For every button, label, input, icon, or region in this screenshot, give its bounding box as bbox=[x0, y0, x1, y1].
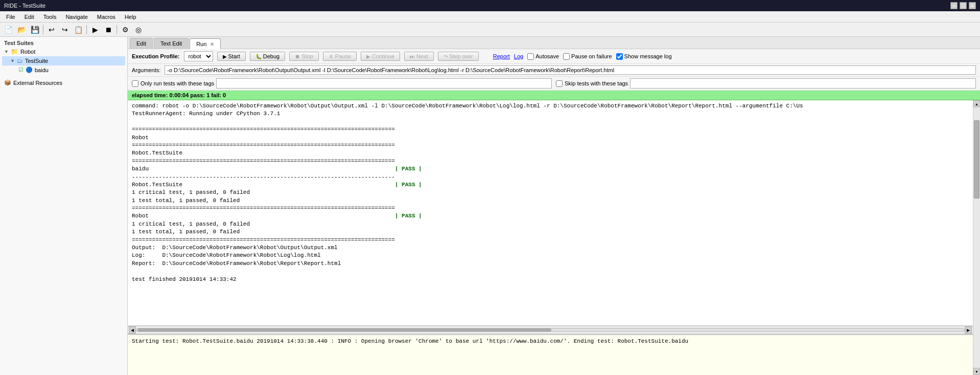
expand-icon-robot: ▼ bbox=[4, 49, 9, 54]
content-area: command: robot -o D:\SourceCode\RobotFra… bbox=[128, 100, 980, 375]
run-toolbar: Execution Profile: robot pybot jybot ▶ S… bbox=[128, 49, 980, 64]
stop-button[interactable]: ⏹ Stop bbox=[289, 52, 319, 61]
next-icon: ⏭ bbox=[410, 54, 415, 59]
pass-count: 1 bbox=[206, 92, 209, 98]
vscroll-thumb[interactable] bbox=[974, 120, 979, 198]
stop-button-toolbar[interactable]: ⏹ bbox=[102, 24, 114, 35]
pause-button[interactable]: ⏸ Pause bbox=[323, 52, 357, 61]
vscroll-up-btn[interactable]: ▲ bbox=[973, 100, 980, 107]
restore-button[interactable]: □ bbox=[960, 2, 967, 9]
autosave-label[interactable]: Autosave bbox=[527, 53, 559, 60]
copy-button[interactable]: 📋 bbox=[72, 24, 84, 35]
new-button[interactable]: 📄 bbox=[2, 24, 14, 35]
menu-file[interactable]: File bbox=[2, 13, 19, 21]
save-button[interactable]: 💾 bbox=[29, 24, 41, 35]
vscroll-down-btn[interactable]: ▼ bbox=[973, 368, 980, 375]
hscroll-right-btn[interactable]: ▶ bbox=[965, 326, 972, 334]
autosave-text: Autosave bbox=[535, 53, 559, 59]
tree-label-external: External Resources bbox=[13, 80, 62, 86]
test-icon-baidu: 🔵 bbox=[26, 67, 33, 73]
step-over-label: Step over bbox=[449, 53, 473, 59]
continue-icon: ▶ bbox=[366, 54, 370, 59]
step-over-button[interactable]: ↷ Step over bbox=[438, 52, 479, 61]
skip-group: Skip tests with these tags bbox=[556, 78, 976, 89]
log-panel[interactable]: Starting test: Robot.TestSuite.baidu 201… bbox=[128, 334, 973, 375]
pause-on-failure-checkbox[interactable] bbox=[563, 53, 570, 60]
show-message-log-label[interactable]: Show message log bbox=[616, 53, 672, 60]
only-run-group: Only run tests with these tags bbox=[132, 78, 552, 89]
debug-icon: 🐛 bbox=[255, 54, 262, 59]
status-bar: elapsed time: 0:00:04 pass: 1 fail: 0 bbox=[128, 91, 980, 100]
menu-help[interactable]: Help bbox=[121, 13, 141, 21]
suite-icon: 🗂 bbox=[17, 57, 23, 64]
tag-filter-bar: Only run tests with these tags Skip test… bbox=[128, 77, 980, 91]
redo-button[interactable]: ↪ bbox=[59, 24, 71, 35]
tab-run[interactable]: Run ✕ bbox=[190, 38, 221, 49]
menu-macros[interactable]: Macros bbox=[93, 13, 120, 21]
horizontal-scrollbar[interactable]: ◀ ▶ bbox=[128, 326, 973, 334]
app-title: RIDE - TestSuite bbox=[4, 3, 45, 9]
profile-select[interactable]: robot pybot jybot bbox=[184, 51, 213, 61]
start-icon: ▶ bbox=[223, 54, 227, 59]
tab-run-close[interactable]: ✕ bbox=[210, 41, 214, 47]
tree-item-external[interactable]: 📦 External Resources bbox=[2, 78, 125, 87]
minimize-button[interactable]: ─ bbox=[950, 2, 958, 9]
skip-input[interactable] bbox=[630, 78, 976, 89]
elapsed-time-value: 0:00:04 bbox=[169, 92, 189, 98]
autosave-checkbox[interactable] bbox=[527, 53, 534, 60]
pause-on-failure-label[interactable]: Pause on failure bbox=[563, 53, 612, 60]
menu-navigate[interactable]: Navigate bbox=[61, 13, 91, 21]
skip-checkbox[interactable] bbox=[556, 80, 563, 87]
tree-item-baidu[interactable]: ☑ 🔵 baidu bbox=[2, 65, 125, 74]
tab-edit[interactable]: Edit bbox=[130, 38, 153, 49]
continue-button[interactable]: ▶ Continue bbox=[361, 52, 400, 61]
close-button[interactable]: ✕ bbox=[969, 2, 976, 9]
tree-item-robot[interactable]: ▼ 📁 Robot bbox=[2, 47, 125, 56]
menu-tools[interactable]: Tools bbox=[39, 13, 61, 21]
extra-button[interactable]: ◎ bbox=[132, 24, 145, 35]
tree-item-testsuite[interactable]: ▼ 🗂 TestSuite bbox=[2, 56, 125, 65]
console-output[interactable]: command: robot -o D:\SourceCode\RobotFra… bbox=[128, 100, 973, 326]
tab-text-edit[interactable]: Text Edit bbox=[154, 38, 189, 49]
pass-label: pass: bbox=[190, 92, 205, 98]
start-button[interactable]: ▶ Start bbox=[217, 52, 246, 61]
show-message-log-checkbox[interactable] bbox=[616, 53, 623, 60]
menu-bar: File Edit Tools Navigate Macros Help bbox=[0, 11, 980, 23]
start-label: Start bbox=[228, 53, 240, 59]
check-icon-baidu: ☑ bbox=[18, 67, 24, 73]
sidebar-title: Test Suites bbox=[2, 39, 125, 47]
hscroll-left-btn[interactable]: ◀ bbox=[129, 326, 136, 334]
next-button[interactable]: ⏭ Next bbox=[404, 52, 434, 61]
only-run-input[interactable] bbox=[216, 78, 552, 89]
report-label[interactable]: Report bbox=[493, 53, 510, 59]
stop-icon: ⏹ bbox=[295, 54, 300, 59]
fail-count: 0 bbox=[223, 92, 226, 98]
toolbar-sep-3 bbox=[116, 25, 117, 34]
fail-label: fail: bbox=[211, 92, 221, 98]
log-link[interactable]: Log bbox=[514, 53, 523, 59]
settings-button[interactable]: ⚙ bbox=[119, 24, 131, 35]
pause-on-failure-text: Pause on failure bbox=[571, 53, 612, 59]
pause-icon: ⏸ bbox=[329, 54, 334, 59]
tree-label-robot: Robot bbox=[20, 49, 35, 55]
debug-button[interactable]: 🐛 Debug bbox=[250, 52, 285, 61]
execution-profile-label: Execution Profile: bbox=[132, 53, 180, 59]
open-button[interactable]: 📂 bbox=[15, 24, 28, 35]
hscroll-thumb[interactable] bbox=[137, 328, 551, 332]
only-run-checkbox[interactable] bbox=[132, 80, 138, 87]
window-controls: ─ □ ✕ bbox=[950, 2, 976, 9]
vertical-scrollbar[interactable]: ▲ ▼ bbox=[973, 100, 980, 375]
folder-icon-robot: 📁 bbox=[11, 48, 18, 55]
undo-button[interactable]: ↩ bbox=[45, 24, 58, 35]
next-label: Next bbox=[416, 53, 428, 59]
step-over-icon: ↷ bbox=[444, 54, 448, 59]
vscroll-track[interactable] bbox=[973, 107, 980, 368]
hscroll-track[interactable] bbox=[136, 328, 965, 332]
report-link[interactable]: Report bbox=[493, 53, 510, 59]
right-panel: Edit Text Edit Run ✕ Execution Profile: … bbox=[128, 37, 980, 375]
log-label[interactable]: Log bbox=[514, 53, 523, 59]
pause-label: Pause bbox=[335, 53, 351, 59]
run-button-toolbar[interactable]: ▶ bbox=[89, 24, 101, 35]
arguments-input[interactable] bbox=[165, 65, 976, 75]
menu-edit[interactable]: Edit bbox=[20, 13, 38, 21]
